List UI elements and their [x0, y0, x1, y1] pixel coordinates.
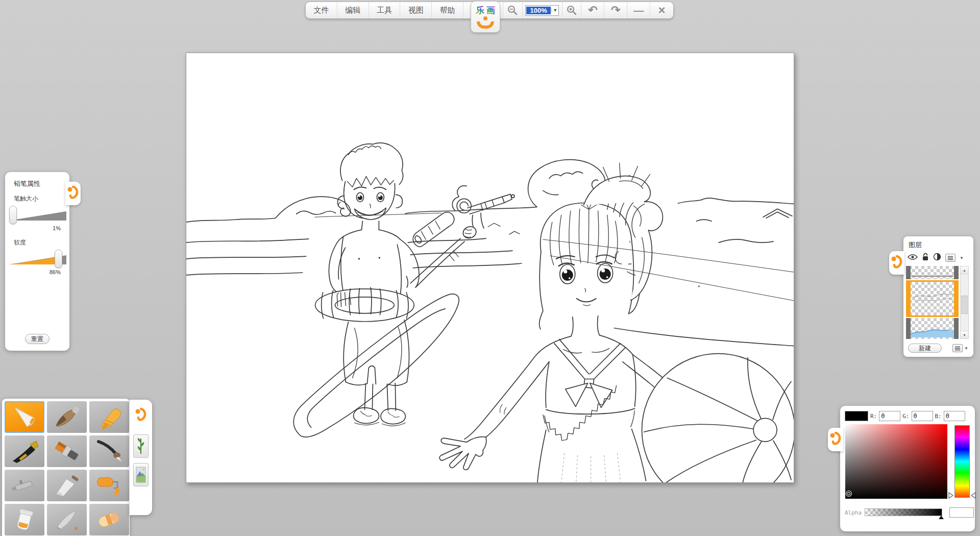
- color-panel-collapse-handle[interactable]: [828, 428, 843, 451]
- paint-roller-icon: [93, 473, 125, 498]
- tool-eraser[interactable]: [89, 504, 129, 535]
- alpha-value-input[interactable]: [950, 508, 980, 517]
- canvas-artwork: [186, 53, 794, 482]
- layers-options-dropdown-icon[interactable]: ▼: [964, 346, 968, 351]
- scroll-up-icon[interactable]: ▲: [961, 266, 968, 274]
- magnifier-plus-icon: [566, 5, 577, 16]
- hue-marker-right-icon[interactable]: [971, 492, 976, 501]
- zoom-level-combo[interactable]: 100% ▼: [523, 2, 562, 18]
- close-button[interactable]: ×: [650, 2, 673, 18]
- new-layer-button[interactable]: 新建: [908, 344, 942, 353]
- tool-airbrush[interactable]: [5, 470, 44, 501]
- redo-icon: ↷: [611, 5, 620, 16]
- drawing-canvas[interactable]: [186, 53, 794, 483]
- brush-size-value: 1%: [53, 225, 61, 231]
- palette-collapse-handle[interactable]: [133, 404, 149, 429]
- layer-lock-icon[interactable]: [922, 253, 929, 263]
- tool-paper-pencil[interactable]: [5, 401, 44, 433]
- pencil-panel-title: 铅笔属性: [14, 179, 40, 188]
- flat-brush-icon: [51, 438, 83, 464]
- scrollbar-thumb[interactable]: [961, 296, 968, 314]
- tool-fountain-pen[interactable]: [5, 435, 44, 467]
- panel-handle-icon: [65, 182, 81, 205]
- layers-panel-title: 图层: [909, 240, 922, 250]
- red-input[interactable]: [879, 411, 900, 421]
- color-picker-panel: R: G: B: Alpha ▲ ▼: [840, 406, 975, 531]
- tool-crayon[interactable]: [89, 401, 129, 433]
- alpha-marker-icon[interactable]: [939, 516, 944, 519]
- tool-palette-panel: [2, 399, 130, 536]
- tool-wood-pencil[interactable]: [47, 401, 87, 433]
- mascot-smile: [477, 21, 494, 29]
- layer-list-scrollbar[interactable]: ▲ ▼: [960, 266, 969, 339]
- paint-tube-icon: [9, 507, 40, 532]
- redo-button[interactable]: ↷: [604, 2, 627, 18]
- layer-list: [906, 266, 959, 339]
- hue-marker-left-icon[interactable]: [948, 492, 953, 501]
- green-input[interactable]: [912, 411, 933, 421]
- reset-button[interactable]: 重置: [25, 334, 50, 344]
- menu-tools[interactable]: 工具: [369, 2, 401, 18]
- zoom-in-button[interactable]: [562, 2, 582, 18]
- layer-item-top[interactable]: [906, 266, 959, 279]
- softness-value: 86%: [50, 269, 61, 275]
- brush-size-slider[interactable]: [9, 205, 66, 225]
- layers-panel-collapse-handle[interactable]: [889, 251, 904, 275]
- layer-visibility-icon[interactable]: [908, 253, 918, 262]
- minimize-icon: —: [633, 5, 644, 15]
- blue-label: B:: [935, 413, 942, 420]
- layer-item-bottom[interactable]: [906, 318, 959, 339]
- green-label: G:: [902, 413, 909, 420]
- picture-icon: [135, 465, 146, 484]
- menu-file[interactable]: 文件: [306, 2, 337, 18]
- layer-item-selected[interactable]: [906, 280, 959, 317]
- palette-knife-icon: [51, 473, 83, 498]
- hue-slider[interactable]: [954, 425, 970, 498]
- zoom-dropdown-arrow-icon[interactable]: ▼: [551, 8, 558, 13]
- softness-slider[interactable]: [9, 249, 66, 269]
- layer-menu-button[interactable]: [945, 254, 955, 262]
- panel-handle-icon: [889, 251, 904, 275]
- stamp-images-button[interactable]: [133, 463, 149, 486]
- layer-menu-dropdown-icon[interactable]: ▼: [960, 256, 964, 260]
- tool-round-brush[interactable]: [89, 435, 129, 467]
- pencil-panel-collapse-handle[interactable]: [65, 182, 81, 205]
- app-logo-mascot: 乐 画: [471, 1, 500, 33]
- softness-label: 软度: [14, 238, 26, 247]
- mascot-right-eye-glyph: 画: [486, 5, 495, 16]
- nature-brushes-button[interactable]: [133, 434, 149, 458]
- zoom-level-value[interactable]: 100%: [526, 7, 551, 14]
- brush-size-label: 笔触大小: [14, 194, 38, 203]
- close-icon: ×: [658, 4, 666, 16]
- current-color-swatch: [845, 411, 868, 421]
- liner-pen-icon: [51, 507, 83, 532]
- panel-handle-icon: [133, 404, 149, 427]
- zoom-out-button[interactable]: [503, 2, 523, 18]
- palette-side-tab: [130, 400, 152, 515]
- tool-paint-tube[interactable]: [5, 504, 44, 535]
- tool-flat-brush[interactable]: [47, 435, 87, 467]
- wood-pencil-icon: [51, 404, 83, 430]
- undo-button[interactable]: ↶: [581, 2, 604, 18]
- minimize-button[interactable]: —: [627, 2, 650, 18]
- menu-view[interactable]: 视图: [400, 2, 432, 18]
- blue-input[interactable]: [944, 411, 965, 421]
- alpha-slider[interactable]: [865, 508, 942, 516]
- brush-size-slider-thumb[interactable]: [9, 206, 17, 224]
- tool-palette-knife[interactable]: [47, 470, 87, 501]
- tool-paint-roller[interactable]: [89, 470, 129, 501]
- alpha-spinner: ▲ ▼: [949, 507, 974, 518]
- layer-blend-icon[interactable]: [933, 253, 941, 263]
- menu-edit[interactable]: 编辑: [337, 2, 369, 18]
- menu-help[interactable]: 帮助: [432, 2, 463, 18]
- pencil-properties-panel: 铅笔属性 笔触大小 1% 软度 86% 重置: [5, 172, 69, 351]
- saturation-value-picker[interactable]: [845, 424, 947, 499]
- softness-slider-thumb[interactable]: [55, 250, 62, 268]
- color-selection-cursor[interactable]: [846, 491, 851, 496]
- undo-icon: ↶: [588, 5, 597, 16]
- layers-options-button[interactable]: [952, 344, 963, 352]
- paper-pencil-icon: [9, 404, 40, 430]
- magnifier-minus-icon: [507, 5, 518, 16]
- scroll-down-icon[interactable]: ▼: [961, 331, 968, 338]
- tool-liner-pen[interactable]: [47, 504, 87, 535]
